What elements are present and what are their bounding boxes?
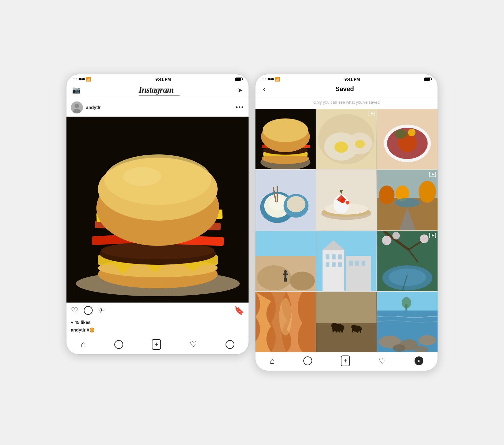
- burger-svg: [66, 117, 249, 303]
- svg-rect-53: [277, 186, 278, 203]
- svg-point-69: [419, 181, 436, 203]
- post-caption: andytlr #🍔: [66, 326, 249, 336]
- svg-marker-73: [432, 173, 434, 176]
- svg-point-39: [318, 114, 374, 164]
- grid-cell-desert[interactable]: [255, 231, 316, 291]
- signal-dot-3: [79, 78, 82, 80]
- svg-rect-112: [316, 292, 376, 323]
- grid-cell-rice[interactable]: [255, 170, 316, 230]
- svg-rect-81: [284, 278, 285, 281]
- svg-rect-82: [285, 278, 287, 281]
- post-username: andytlr: [86, 105, 101, 110]
- video-badge-lake: [429, 233, 436, 239]
- bottom-home-right[interactable]: ⌂: [270, 356, 275, 366]
- grid-img-building: [316, 231, 376, 291]
- app-title: Instagram: [139, 85, 180, 95]
- grid-img-strawberry: [316, 170, 376, 230]
- svg-point-78: [284, 269, 287, 273]
- svg-rect-115: [333, 329, 334, 332]
- svg-point-114: [331, 323, 338, 328]
- grid-cell-bowl[interactable]: [377, 109, 438, 169]
- svg-rect-122: [357, 330, 358, 333]
- signal-dot-1: [73, 78, 75, 80]
- nav-bar-right: ‹ Saved: [255, 83, 438, 96]
- battery-icon-left: [235, 78, 242, 81]
- comment-button[interactable]: [84, 306, 93, 315]
- bottom-search-left[interactable]: [114, 340, 123, 349]
- svg-point-77: [290, 271, 315, 290]
- svg-point-63: [346, 201, 350, 205]
- signal-dot-r1: [262, 78, 264, 80]
- grid-img-rice: [255, 170, 316, 230]
- wifi-icon: 📶: [86, 77, 91, 82]
- svg-rect-91: [338, 262, 342, 267]
- svg-point-129: [419, 335, 436, 345]
- svg-point-68: [379, 186, 395, 204]
- grid-cell-rocks[interactable]: [377, 292, 438, 352]
- avatar: [71, 101, 83, 113]
- bottom-heart-right[interactable]: ♡: [379, 356, 386, 366]
- bottom-profile-left[interactable]: [226, 340, 234, 349]
- battery-area-left: [235, 78, 242, 81]
- bottom-search-right[interactable]: [303, 356, 312, 365]
- grid-img-bowl: [377, 109, 438, 169]
- grid-cell-eggs[interactable]: [316, 109, 376, 169]
- svg-point-133: [402, 297, 411, 309]
- post-header: andytlr •••: [66, 98, 249, 117]
- camera-icon[interactable]: 📷: [72, 86, 81, 94]
- svg-rect-123: [360, 330, 361, 333]
- svg-point-47: [408, 129, 415, 136]
- back-button[interactable]: ‹: [261, 85, 267, 93]
- svg-rect-87: [332, 254, 336, 259]
- svg-point-55: [287, 196, 305, 212]
- bottom-home-left[interactable]: ⌂: [81, 339, 86, 349]
- svg-rect-117: [339, 329, 341, 332]
- bottom-add-right[interactable]: +: [341, 355, 350, 366]
- caption-username: andytlr: [71, 327, 86, 332]
- svg-point-130: [393, 344, 405, 352]
- svg-rect-92: [349, 261, 353, 266]
- svg-rect-116: [336, 329, 337, 332]
- wifi-icon-right: 📶: [275, 77, 280, 82]
- post-user[interactable]: andytlr: [71, 101, 101, 113]
- bottom-heart-left[interactable]: ♡: [190, 339, 197, 349]
- time-left: 9:41 PM: [155, 77, 171, 82]
- signal-dot-4: [82, 78, 85, 80]
- svg-marker-41: [371, 112, 374, 115]
- action-left-group: ♡ ✈: [71, 306, 104, 315]
- svg-point-22: [123, 167, 161, 186]
- signal-area: 📶: [73, 77, 91, 82]
- bottom-profile-right[interactable]: ●: [415, 356, 423, 365]
- direct-icon[interactable]: ➤: [238, 86, 243, 94]
- time-right: 9:41 PM: [344, 77, 360, 82]
- grid-img-road: [377, 170, 438, 230]
- svg-point-71: [395, 198, 420, 207]
- more-button[interactable]: •••: [236, 104, 244, 111]
- grid-cell-road[interactable]: [377, 170, 438, 230]
- svg-point-62: [341, 198, 346, 203]
- bottom-add-left[interactable]: +: [152, 339, 161, 350]
- svg-marker-107: [432, 234, 434, 237]
- svg-rect-93: [355, 261, 359, 266]
- signal-dot-r2: [265, 78, 267, 80]
- grid-cell-canyon[interactable]: [255, 292, 316, 352]
- grid-img-eggs: [316, 109, 376, 169]
- grid-cell-bison[interactable]: [316, 292, 376, 352]
- grid-cell-lake[interactable]: [377, 231, 438, 291]
- grid-cell-burger[interactable]: [255, 109, 316, 169]
- svg-point-33: [263, 118, 308, 142]
- bookmark-button[interactable]: 🔖: [234, 306, 244, 315]
- signal-dot-2: [76, 78, 78, 80]
- svg-point-101: [392, 232, 400, 239]
- signal-dot-r3: [268, 78, 271, 80]
- grid-img-canyon: [255, 292, 316, 352]
- grid-cell-strawberry[interactable]: [316, 170, 376, 230]
- share-button[interactable]: ✈: [98, 306, 104, 315]
- burger-background: [66, 117, 249, 303]
- signal-dots-right: [262, 78, 274, 80]
- grid-cell-building[interactable]: [316, 231, 376, 291]
- grid-img-burger: [255, 109, 316, 169]
- svg-point-46: [394, 129, 407, 139]
- svg-rect-118: [341, 329, 343, 332]
- like-button[interactable]: ♡: [71, 306, 78, 315]
